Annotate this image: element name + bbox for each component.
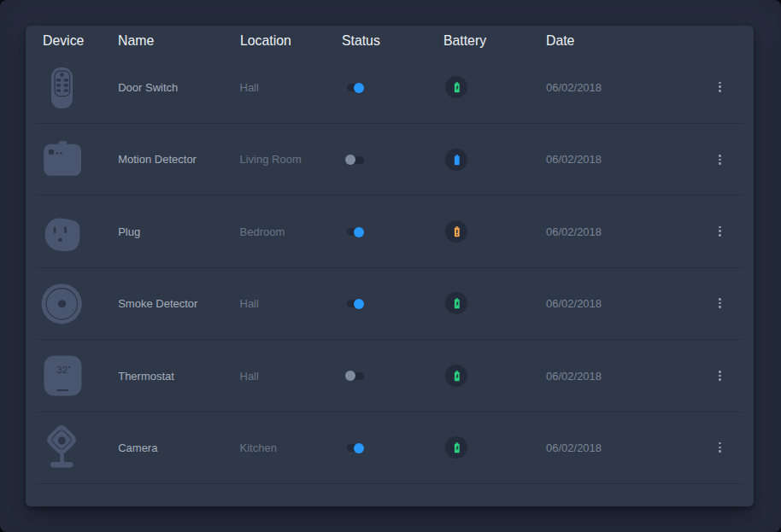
svg-text:32: 32 (56, 364, 68, 376)
